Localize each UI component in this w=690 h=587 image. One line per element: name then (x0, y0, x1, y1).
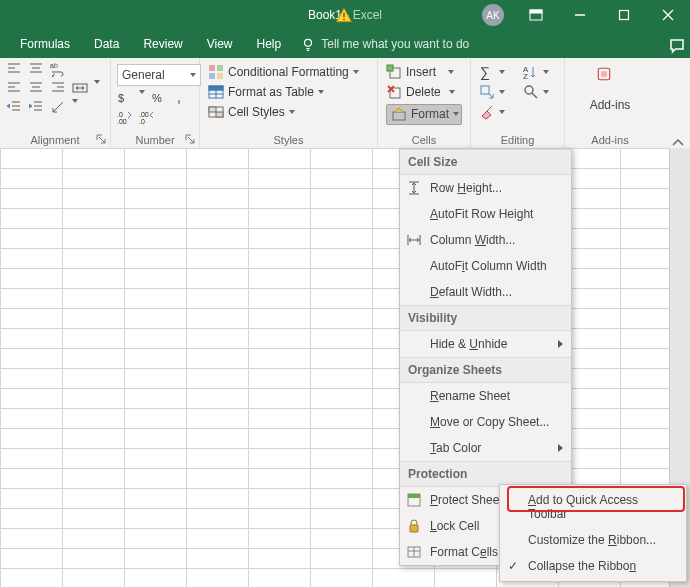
menu-move-copy-sheet[interactable]: Move or Copy Sheet... (400, 409, 571, 435)
svg-text:,: , (177, 90, 181, 105)
menu-autofit-row-height[interactable]: AutoFit Row Height (400, 201, 571, 227)
cell-styles-icon (208, 104, 224, 120)
number-format-combo[interactable]: General (117, 64, 201, 86)
menu-hide-unhide[interactable]: Hide & Unhide (400, 331, 571, 357)
orientation-icon[interactable] (50, 99, 66, 115)
merge-center-icon[interactable] (72, 80, 88, 96)
ctx-add-to-qat[interactable]: Add to Quick Access Toolbar (500, 487, 686, 527)
align-left2-icon[interactable] (6, 80, 22, 96)
comma-format-icon[interactable]: , (173, 90, 189, 106)
svg-rect-67 (601, 71, 607, 77)
ribbon: ab Alignment General $ % , (0, 58, 690, 149)
svg-text:Z: Z (523, 72, 528, 80)
svg-text:.0: .0 (117, 111, 123, 118)
conditional-formatting-icon (208, 64, 224, 80)
increase-indent-icon[interactable] (28, 99, 44, 115)
svg-rect-76 (410, 525, 418, 532)
dialog-launcher-icon[interactable] (96, 134, 106, 144)
lock-icon (406, 518, 422, 534)
menu-row-height[interactable]: Row Height... (400, 175, 571, 201)
group-label-styles: Styles (200, 134, 377, 146)
format-cells-icon (391, 106, 407, 122)
sort-filter-icon[interactable]: AZ (523, 64, 539, 80)
svg-text:%: % (152, 92, 162, 104)
clear-icon[interactable] (479, 104, 495, 120)
context-menu: Add to Quick Access Toolbar Customize th… (499, 484, 687, 582)
section-cell-size: Cell Size (400, 149, 571, 175)
menu-column-width[interactable]: Column Width... (400, 227, 571, 253)
svg-rect-44 (217, 73, 223, 79)
svg-line-65 (487, 106, 492, 111)
addins-icon[interactable] (596, 66, 624, 94)
section-visibility: Visibility (400, 305, 571, 331)
menubar: Formulas Data Review View Help Tell me w… (0, 30, 690, 58)
comments-icon[interactable] (666, 35, 688, 57)
decrease-decimal-icon[interactable]: .00.0 (139, 109, 155, 125)
tab-help[interactable]: Help (245, 30, 294, 58)
protect-sheet-icon (406, 492, 422, 508)
svg-text:∑: ∑ (480, 64, 490, 80)
percent-format-icon[interactable]: % (151, 90, 167, 106)
conditional-formatting-button[interactable]: Conditional Formatting (208, 64, 369, 80)
menu-default-width[interactable]: Default Width... (400, 279, 571, 305)
collapse-ribbon-icon[interactable] (668, 135, 688, 149)
svg-text:.00: .00 (139, 111, 149, 118)
tab-review[interactable]: Review (131, 30, 194, 58)
dialog-launcher-icon[interactable] (185, 134, 195, 144)
submenu-arrow-icon (558, 340, 563, 348)
delete-button[interactable]: Delete (386, 84, 462, 100)
tab-view[interactable]: View (195, 30, 245, 58)
autosum-icon[interactable]: ∑ (479, 64, 495, 80)
group-cells: Insert Delete Format Cells (378, 58, 471, 148)
delete-cells-icon (386, 84, 402, 100)
menu-tab-color[interactable]: Tab Color (400, 435, 571, 461)
rename-sheet-icon (406, 388, 422, 404)
format-button[interactable]: Format (386, 104, 462, 125)
svg-text:ab: ab (50, 62, 58, 69)
svg-rect-43 (209, 73, 215, 79)
svg-text:.00: .00 (117, 118, 127, 125)
ctx-customize-ribbon[interactable]: Customize the Ribbon... (500, 527, 686, 553)
menu-rename-sheet[interactable]: Rename Sheet (400, 383, 571, 409)
group-styles: Conditional Formatting Format as Table C… (200, 58, 378, 148)
format-as-table-icon (208, 84, 224, 100)
group-label-addins: Add-ins (565, 134, 655, 146)
lightbulb-icon (301, 37, 315, 51)
svg-line-64 (532, 93, 537, 98)
align-left-icon[interactable] (6, 61, 22, 77)
group-label-cells: Cells (378, 134, 470, 146)
insert-button[interactable]: Insert (386, 64, 462, 80)
group-label-alignment: Alignment (0, 134, 110, 146)
svg-rect-75 (408, 494, 420, 498)
decrease-indent-icon[interactable] (6, 99, 22, 115)
align-center-icon[interactable] (28, 61, 44, 77)
svg-rect-52 (216, 112, 223, 117)
column-width-icon (406, 232, 422, 248)
svg-rect-62 (481, 86, 489, 94)
insert-cells-icon (386, 64, 402, 80)
find-select-icon[interactable] (523, 84, 539, 100)
fill-icon[interactable] (479, 84, 495, 100)
align-center2-icon[interactable] (28, 80, 44, 96)
svg-rect-54 (387, 65, 393, 71)
number-format-value: General (122, 68, 165, 82)
tell-me-label: Tell me what you want to do (321, 37, 469, 51)
align-right-icon[interactable] (50, 80, 66, 96)
svg-rect-41 (209, 65, 215, 71)
tab-data[interactable]: Data (82, 30, 131, 58)
tell-me[interactable]: Tell me what you want to do (301, 37, 469, 51)
svg-text:.0: .0 (139, 118, 145, 125)
tab-formulas[interactable]: Formulas (8, 30, 82, 58)
warning-icon (335, 6, 353, 24)
ctx-collapse-ribbon[interactable]: ✓ Collapse the Ribbon (500, 553, 686, 579)
svg-rect-1 (343, 19, 345, 21)
svg-rect-42 (217, 65, 223, 71)
accounting-format-icon[interactable]: $ (117, 90, 133, 106)
increase-decimal-icon[interactable]: .0.00 (117, 109, 133, 125)
cell-styles-button[interactable]: Cell Styles (208, 104, 369, 120)
menu-autofit-column-width[interactable]: AutoFit Column Width (400, 253, 571, 279)
svg-rect-49 (209, 86, 223, 90)
format-as-table-button[interactable]: Format as Table (208, 84, 369, 100)
addins-label[interactable]: Add-ins (590, 98, 631, 112)
wrap-text-icon[interactable]: ab (50, 61, 66, 77)
